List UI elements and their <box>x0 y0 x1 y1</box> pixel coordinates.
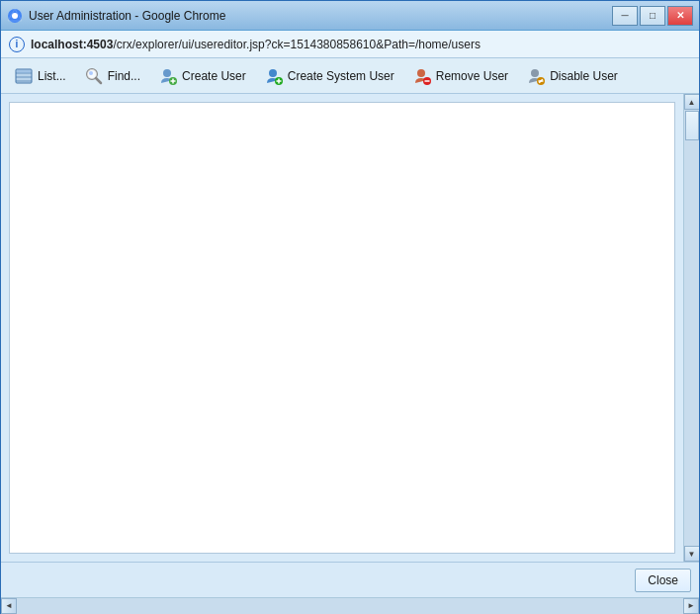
browser-window: User Administration - Google Chrome ─ □ … <box>0 0 700 614</box>
scroll-up-button[interactable]: ▲ <box>684 94 700 110</box>
bottom-bar: Close <box>1 562 699 597</box>
title-bar-left: User Administration - Google Chrome <box>7 8 225 24</box>
find-button[interactable]: Find... <box>77 62 147 90</box>
scrollbar-track <box>684 110 700 546</box>
title-buttons: ─ □ ✕ <box>612 6 693 26</box>
svg-line-10 <box>96 78 101 83</box>
create-user-label: Create User <box>182 69 246 83</box>
svg-point-20 <box>417 69 425 77</box>
scroll-down-button[interactable]: ▼ <box>684 546 700 562</box>
scrollbar-thumb[interactable] <box>685 111 699 140</box>
disable-user-label: Disable User <box>550 69 618 83</box>
svg-point-23 <box>531 69 539 77</box>
close-window-button[interactable]: ✕ <box>667 6 693 26</box>
close-button[interactable]: Close <box>635 569 691 592</box>
create-system-user-label: Create System User <box>288 69 394 83</box>
minimize-button[interactable]: ─ <box>612 6 638 26</box>
create-system-user-icon <box>264 66 284 86</box>
list-label: List... <box>38 69 66 83</box>
list-button[interactable]: List... <box>7 62 73 90</box>
svg-point-12 <box>163 69 171 77</box>
scroll-left-button[interactable]: ◄ <box>1 598 17 614</box>
url-host: localhost:4503 <box>31 38 113 51</box>
svg-point-1 <box>12 13 18 19</box>
title-bar: User Administration - Google Chrome ─ □ … <box>1 1 699 31</box>
maximize-button[interactable]: □ <box>640 6 665 26</box>
h-scrollbar-track <box>17 598 683 614</box>
remove-user-button[interactable]: Remove User <box>405 62 515 90</box>
disable-user-icon <box>526 66 546 86</box>
url-path: /crx/explorer/ui/usereditor.jsp?ck=15143… <box>113 38 481 51</box>
address-bar: i localhost:4503/crx/explorer/ui/useredi… <box>1 31 699 58</box>
create-system-user-button[interactable]: Create System User <box>257 62 401 90</box>
window-scrollbar: ▲ ▼ <box>683 94 699 562</box>
disable-user-button[interactable]: Disable User <box>519 62 625 90</box>
window-title: User Administration - Google Chrome <box>29 9 225 23</box>
toolbar: List... Find... <box>1 58 699 94</box>
find-icon <box>84 66 104 86</box>
scroll-right-button[interactable]: ► <box>683 598 699 614</box>
horizontal-scrollbar: ◄ ► <box>1 597 699 613</box>
svg-rect-7 <box>17 70 31 73</box>
remove-user-icon <box>412 66 432 86</box>
url-display: localhost:4503/crx/explorer/ui/useredito… <box>31 38 481 51</box>
chrome-icon <box>7 8 23 24</box>
svg-point-16 <box>269 69 277 77</box>
remove-user-label: Remove User <box>436 69 508 83</box>
svg-point-11 <box>89 71 93 75</box>
create-user-button[interactable]: Create User <box>151 62 253 90</box>
main-content: ▲ ▼ <box>1 94 699 562</box>
list-icon <box>14 66 34 86</box>
find-label: Find... <box>108 69 140 83</box>
content-area <box>9 102 675 554</box>
create-user-icon <box>158 66 178 86</box>
info-icon: i <box>9 37 25 52</box>
